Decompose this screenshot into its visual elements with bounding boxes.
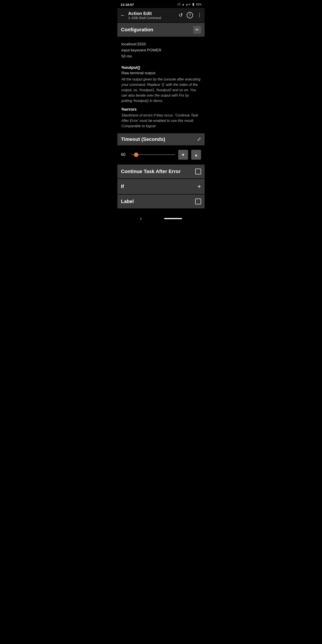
battery-percent: 91%: [196, 3, 202, 6]
slider-thumb[interactable]: [134, 152, 138, 157]
more-menu-button[interactable]: ⋮: [197, 12, 202, 18]
app-bar-titles: Action Edit 3. ADB Shell Command: [128, 11, 176, 20]
timeout-title: Timeout (Seconds): [121, 136, 165, 142]
if-row[interactable]: If +: [118, 179, 204, 194]
continue-task-checkbox[interactable]: [195, 168, 201, 174]
status-icons: 📳 ▲ ▲✕ 🔋 91%: [177, 3, 202, 6]
slider-track: [131, 154, 175, 155]
wifi-icon: ▲: [182, 3, 184, 6]
continue-task-label: Continue Task After Error: [121, 168, 180, 174]
increment-button[interactable]: ▴: [191, 150, 201, 160]
output-label: Raw terminal output.: [122, 71, 200, 75]
slider-row: 60 ▾ ▴: [118, 145, 204, 164]
slider-container[interactable]: [131, 152, 175, 157]
reset-button[interactable]: ↺: [179, 12, 183, 18]
config-line-2: input keyevent POWER: [122, 47, 200, 53]
config-line-3: 50 ms: [122, 53, 200, 59]
app-bar-actions: ↺ ? ⋮: [179, 12, 202, 18]
timeout-header: Timeout (Seconds) ⤢: [118, 133, 204, 145]
configuration-section-header: Configuration ✏: [118, 23, 204, 37]
nav-back-button[interactable]: ‹: [140, 216, 142, 222]
if-add-button[interactable]: +: [198, 183, 201, 190]
errors-var: %errors: [122, 107, 200, 112]
help-button[interactable]: ?: [187, 12, 193, 18]
timeout-section: Timeout (Seconds) ⤢ 60 ▾ ▴: [118, 133, 204, 164]
output-var: %output(): [122, 65, 200, 70]
vibrate-icon: 📳: [177, 3, 181, 6]
battery-icon: 🔋: [192, 3, 195, 6]
config-info: localhost:5555 input keyevent POWER 50 m…: [118, 37, 204, 63]
main-content: Configuration ✏ localhost:5555 input key…: [118, 23, 204, 208]
decrement-button[interactable]: ▾: [178, 150, 188, 160]
output-info: %output() Raw terminal output. All the o…: [118, 63, 204, 133]
bottom-nav: ‹: [118, 213, 204, 224]
app-bar: ← Action Edit 3. ADB Shell Command ↺ ? ⋮: [118, 8, 204, 22]
timeout-value: 60: [121, 152, 128, 157]
label-label: Label: [121, 198, 134, 204]
timeout-shuffle-icon[interactable]: ⤢: [197, 136, 201, 142]
continue-task-row[interactable]: Continue Task After Error: [118, 164, 204, 178]
output-desc: All the output given by the console afte…: [122, 77, 200, 104]
if-label: If: [121, 184, 124, 190]
increment-icon: ▴: [195, 152, 197, 158]
config-line-1: localhost:5555: [122, 41, 200, 47]
app-bar-title: Action Edit: [128, 11, 176, 16]
label-checkbox[interactable]: [195, 198, 201, 204]
nav-home-pill[interactable]: [164, 218, 182, 219]
configuration-title: Configuration: [121, 27, 153, 33]
back-button[interactable]: ←: [120, 12, 126, 18]
errors-desc: Stacktrace of errors if they occur. 'Con…: [122, 113, 200, 129]
signal-icon: ▲✕: [186, 3, 190, 6]
label-row[interactable]: Label: [118, 194, 204, 208]
decrement-icon: ▾: [182, 152, 184, 158]
configuration-edit-button[interactable]: ✏: [193, 26, 201, 34]
app-bar-subtitle: 3. ADB Shell Command: [128, 16, 176, 20]
status-bar: 13:18:07 📳 ▲ ▲✕ 🔋 91%: [118, 0, 204, 8]
status-time: 13:18:07: [120, 3, 134, 6]
